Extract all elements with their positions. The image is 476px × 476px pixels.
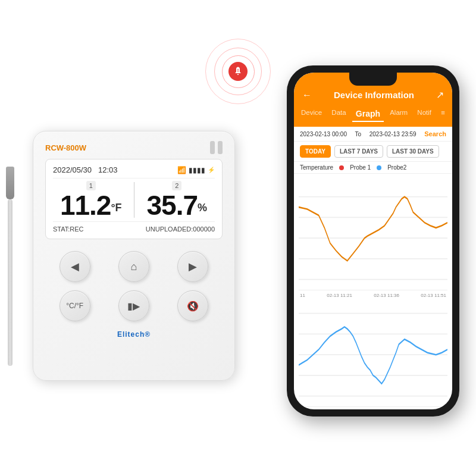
date-to: 2023-02-13 23:59 [369, 131, 416, 137]
probe1-legend-label: Probe 1 [350, 164, 371, 171]
quick-btns: TODAY LAST 7 DAYS LAST 30 DAYS [294, 142, 452, 162]
device-body: RCW-800W 2022/05/30 12:03 📶 ▮▮▮▮ [33, 131, 235, 381]
home-button[interactable]: ⌂ [118, 251, 149, 282]
probe1-reading: 1 11.2°F [53, 181, 129, 219]
alarm-area [202, 36, 274, 107]
logo-mark: ® [145, 330, 151, 339]
tab-notif[interactable]: Notif [414, 107, 435, 122]
tab-graph[interactable]: Graph [352, 107, 384, 122]
probe1-value: 11.2 [60, 190, 111, 221]
device-model: RCW-800W [45, 143, 86, 152]
date-from: 2023-02-13 00:00 [300, 131, 347, 137]
last30-button[interactable]: LAST 30 DAYS [387, 145, 439, 158]
phone-container: ← Device Information ↗ Device Data Graph… [287, 65, 459, 416]
right-button[interactable]: ▶ [177, 251, 208, 282]
tab-alarm[interactable]: Alarm [386, 107, 411, 122]
slot-2 [218, 141, 223, 154]
device-slots [210, 141, 223, 154]
probe2-legend-dot [377, 165, 381, 170]
app-title: Device Information [312, 90, 436, 100]
chart-svg-1 [299, 176, 447, 290]
btn-row-1: ◀ ⌂ ▶ [45, 251, 223, 282]
date-to-label: To [355, 131, 362, 137]
last7-button[interactable]: LAST 7 DAYS [334, 145, 383, 158]
probe2-reading: 2 35.7% [139, 181, 215, 219]
export-button[interactable]: ↗ [436, 89, 444, 101]
probe2-unit: % [198, 202, 207, 214]
start-stop-button[interactable]: ▮▶ [118, 290, 149, 321]
screen-header: 2022/05/30 12:03 📶 ▮▮▮▮ ⚡ [53, 165, 215, 174]
back-button[interactable]: ← [302, 90, 312, 101]
chart-area: 11 02-13 11:21 02-13 11:36 02-13 11:51 [294, 174, 452, 409]
chart-svg-2 [299, 293, 447, 406]
mute-button[interactable]: 🔇 [177, 290, 208, 321]
device-top-label: RCW-800W [45, 141, 223, 154]
date-display: 2022/05/30 12:03 [53, 165, 117, 174]
alarm-icon [228, 62, 248, 81]
today-button[interactable]: TODAY [300, 145, 331, 158]
elitech-logo: Elitech® [117, 330, 151, 345]
nav-tabs: Device Data Graph Alarm Notif ≡ [294, 107, 452, 127]
probe1-legend-dot [339, 165, 344, 170]
probe2-value: 35.7 [146, 190, 198, 221]
chart-block-2: 11 02-13 11:21 02-13 11:36 02-13 11:51 [299, 293, 447, 407]
probe1-value-display: 11.2°F [60, 192, 122, 219]
unuploaded-label: UNUPLOADED:000000 [146, 226, 215, 233]
display-screen: 2022/05/30 12:03 📶 ▮▮▮▮ ⚡ 1 11.2°F [45, 159, 223, 239]
probe-cable-line [8, 199, 12, 366]
buttons-section: ◀ ⌂ ▶ °C/°F ▮▶ 🔇 [45, 251, 223, 321]
probe-tip [6, 167, 14, 199]
probe-divider [134, 182, 134, 218]
tab-device[interactable]: Device [298, 107, 325, 122]
scene: RCW-800W 2022/05/30 12:03 📶 ▮▮▮▮ [0, 0, 476, 476]
probe1-num: 1 [86, 181, 96, 190]
temp-unit-button[interactable]: °C/°F [60, 290, 90, 321]
stat-label: STAT:REC [53, 226, 84, 233]
wifi-icon: 📶 [177, 166, 186, 174]
charge-icon: ⚡ [208, 167, 215, 173]
probe2-num: 2 [172, 181, 181, 190]
status-icons: 📶 ▮▮▮▮ ⚡ [177, 166, 215, 174]
phone-screen: ← Device Information ↗ Device Data Graph… [294, 73, 452, 409]
ripple-container [202, 36, 274, 107]
device-container: RCW-800W 2022/05/30 12:03 📶 ▮▮▮▮ [33, 131, 235, 381]
probe2-value-display: 35.7% [146, 192, 207, 219]
probe2-legend-label: Probe2 [387, 164, 406, 171]
slot-1 [210, 141, 215, 154]
probe-cable [6, 167, 14, 366]
tab-menu[interactable]: ≡ [437, 107, 449, 122]
stat-row: STAT:REC UNUPLOADED:000000 [53, 226, 215, 233]
legend-row: Temperature Probe 1 Probe2 [294, 162, 452, 174]
tab-data[interactable]: Data [328, 107, 349, 122]
chart-block-1: 11 02-13 11:21 02-13 11:36 02-13 11:51 [299, 176, 447, 290]
battery-icon: ▮▮▮▮ [189, 166, 205, 174]
date-row: 2023-02-13 00:00 To 2023-02-13 23:59 Sea… [294, 127, 452, 142]
phone-body: ← Device Information ↗ Device Data Graph… [287, 65, 459, 416]
search-button[interactable]: Search [424, 130, 446, 137]
probe1-unit: °F [111, 202, 121, 214]
readings-row: 1 11.2°F 2 35.7% [53, 178, 215, 222]
left-button[interactable]: ◀ [60, 251, 90, 282]
phone-notch [349, 73, 397, 86]
btn-row-2: °C/°F ▮▶ 🔇 [45, 290, 223, 321]
legend-title: Temperature [300, 164, 333, 171]
